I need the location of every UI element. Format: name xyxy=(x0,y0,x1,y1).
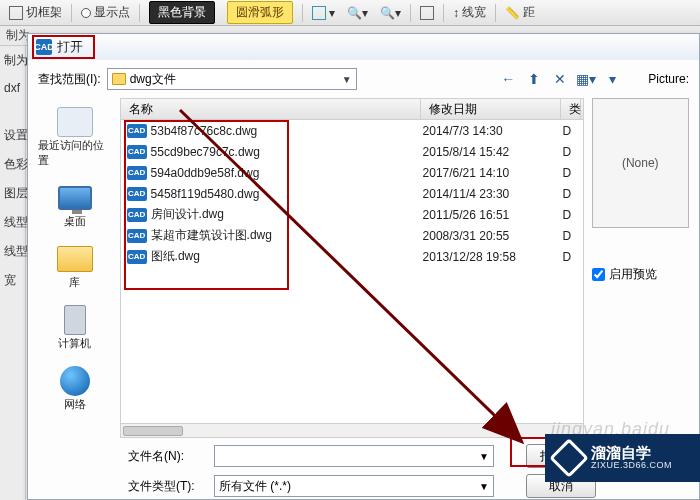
h-scrollbar[interactable] xyxy=(121,423,583,437)
col-date[interactable]: 修改日期 xyxy=(421,99,561,119)
side-item[interactable]: dxf xyxy=(0,75,25,101)
tool-zoom-out[interactable]: 🔍▾ xyxy=(375,4,406,22)
file-row[interactable]: CAD图纸.dwg2013/12/28 19:58D xyxy=(121,246,583,267)
view-icon[interactable]: ▦▾ xyxy=(576,69,596,89)
tool-smooth-arc[interactable]: 圆滑弧形 xyxy=(222,0,298,26)
tool-frame[interactable]: 切框架 xyxy=(4,2,67,23)
file-row[interactable]: CAD5458f119d5480.dwg2014/11/4 23:30D xyxy=(121,183,583,204)
brand-cn: 溜溜自学 xyxy=(591,445,672,462)
places-bar: 最近访问的位置 桌面 库 计算机 网络 xyxy=(38,98,112,438)
preview-pane: (None) 启用预览 xyxy=(592,98,689,438)
tool-distance[interactable]: 📏距 xyxy=(500,2,540,23)
lookin-combo[interactable]: dwg文件 ▼ xyxy=(107,68,357,90)
dialog-titlebar: CAD 打开 xyxy=(28,34,699,60)
up-icon[interactable]: ⬆ xyxy=(524,69,544,89)
lookin-row: 查找范围(I): dwg文件 ▼ ← ⬆ ✕ ▦▾ ▾ Picture: xyxy=(28,60,699,98)
picture-label: Picture: xyxy=(648,72,689,86)
file-list: 名称 修改日期 类 CAD53b4f87c76c8c.dwg2014/7/3 1… xyxy=(120,98,584,438)
side-item[interactable]: 线型 xyxy=(0,208,25,237)
col-name[interactable]: 名称 xyxy=(121,99,421,119)
side-item[interactable]: 宽 xyxy=(0,266,25,295)
brand-badge: 溜溜自学 ZIXUE.3D66.COM xyxy=(545,434,700,482)
cad-icon: CAD xyxy=(36,39,52,55)
lookin-label: 查找范围(I): xyxy=(38,71,101,88)
filetype-label: 文件类型(T): xyxy=(128,478,208,495)
tools-icon[interactable]: ▾ xyxy=(602,69,622,89)
file-row[interactable]: CAD某超市建筑设计图.dwg2008/3/31 20:55D xyxy=(121,225,583,246)
delete-icon[interactable]: ✕ xyxy=(550,69,570,89)
chevron-down-icon: ▼ xyxy=(342,74,352,85)
filetype-combo[interactable]: 所有文件 (*.*)▼ xyxy=(214,475,494,497)
lookin-value: dwg文件 xyxy=(130,71,176,88)
app-toolbar: 切框架 显示点 黑色背景 圆滑弧形 ▾ 🔍▾ 🔍▾ ↕ 线宽 📏距 xyxy=(0,0,700,26)
preview-box: (None) xyxy=(592,98,689,228)
place-computer[interactable]: 计算机 xyxy=(38,300,112,355)
filename-label: 文件名(N): xyxy=(128,448,208,465)
place-desktop[interactable]: 桌面 xyxy=(38,178,112,233)
file-row[interactable]: CAD594a0ddb9e58f.dwg2017/6/21 14:10D xyxy=(121,162,583,183)
filename-input[interactable]: ▼ xyxy=(214,445,494,467)
brand-en: ZIXUE.3D66.COM xyxy=(591,461,672,471)
side-item[interactable]: 线型 xyxy=(0,237,25,266)
file-row[interactable]: CAD55cd9bec79c7c.dwg2015/8/14 15:42D xyxy=(121,141,583,162)
file-row[interactable]: CAD房间设计.dwg2011/5/26 16:51D xyxy=(121,204,583,225)
tool-linewidth[interactable]: ↕ 线宽 xyxy=(448,2,491,23)
tool-generic-2[interactable] xyxy=(415,4,439,22)
list-header: 名称 修改日期 类 xyxy=(120,98,584,120)
place-network[interactable]: 网络 xyxy=(38,361,112,416)
left-sidebar: 制为 dxf 设置 色彩 图层 线型 线型 宽 xyxy=(0,46,26,500)
tool-black-bg[interactable]: 黑色背景 xyxy=(144,0,220,26)
side-item[interactable]: 制为 xyxy=(0,46,25,75)
folder-icon xyxy=(112,73,126,85)
side-item[interactable]: 色彩 xyxy=(0,150,25,179)
dialog-title: 打开 xyxy=(57,38,83,56)
side-item[interactable]: 设置 xyxy=(0,121,25,150)
tool-showpoint[interactable]: 显示点 xyxy=(76,2,135,23)
enable-preview-check[interactable]: 启用预览 xyxy=(592,266,689,283)
brand-logo-icon xyxy=(549,438,589,478)
open-file-dialog: CAD 打开 查找范围(I): dwg文件 ▼ ← ⬆ ✕ ▦▾ ▾ Pictu… xyxy=(27,33,700,500)
tool-zoom-in[interactable]: 🔍▾ xyxy=(342,4,373,22)
file-row[interactable]: CAD53b4f87c76c8c.dwg2014/7/3 14:30D xyxy=(121,120,583,141)
side-item[interactable]: 图层 xyxy=(0,179,25,208)
place-library[interactable]: 库 xyxy=(38,239,112,294)
enable-preview-checkbox[interactable] xyxy=(592,268,605,281)
list-body[interactable]: CAD53b4f87c76c8c.dwg2014/7/3 14:30D CAD5… xyxy=(120,120,584,438)
back-icon[interactable]: ← xyxy=(498,69,518,89)
place-recent[interactable]: 最近访问的位置 xyxy=(38,102,112,172)
col-type[interactable]: 类 xyxy=(561,99,581,119)
tool-generic-1[interactable]: ▾ xyxy=(307,4,340,22)
